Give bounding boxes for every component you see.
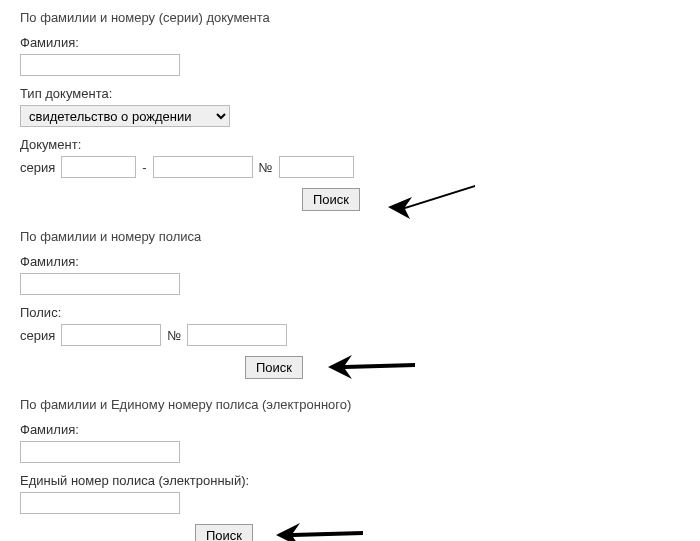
button-row-document: Поиск bbox=[20, 188, 680, 211]
section-title-document: По фамилии и номеру (серии) документа bbox=[20, 10, 680, 25]
doctype-label: Тип документа: bbox=[20, 86, 680, 101]
arrow-annotation-icon bbox=[380, 175, 480, 225]
doc-series-input-2[interactable] bbox=[153, 156, 253, 178]
section-by-policy: По фамилии и номеру полиса Фамилия: Поли… bbox=[20, 229, 680, 379]
surname-input-unified[interactable] bbox=[20, 441, 180, 463]
document-inline-row: серия - № bbox=[20, 156, 680, 178]
field-group-document: Документ: серия - № bbox=[20, 137, 680, 178]
doctype-select[interactable]: свидетельство о рождении bbox=[20, 105, 230, 127]
doc-number-input[interactable] bbox=[279, 156, 354, 178]
surname-label: Фамилия: bbox=[20, 35, 680, 50]
unified-number-input[interactable] bbox=[20, 492, 180, 514]
surname-input-policy[interactable] bbox=[20, 273, 180, 295]
policy-number-input[interactable] bbox=[187, 324, 287, 346]
field-group-surname-unified: Фамилия: bbox=[20, 422, 680, 463]
number-symbol: № bbox=[259, 160, 273, 175]
search-button[interactable]: Поиск bbox=[302, 188, 360, 211]
policy-inline-row: серия № bbox=[20, 324, 680, 346]
series-label-policy: серия bbox=[20, 328, 55, 343]
document-label: Документ: bbox=[20, 137, 680, 152]
section-by-unified: По фамилии и Единому номеру полиса (элек… bbox=[20, 397, 680, 541]
section-title-unified: По фамилии и Единому номеру полиса (элек… bbox=[20, 397, 680, 412]
surname-input[interactable] bbox=[20, 54, 180, 76]
button-row-unified: Поиск bbox=[20, 524, 680, 541]
dash-separator: - bbox=[142, 160, 146, 175]
field-group-policy: Полис: серия № bbox=[20, 305, 680, 346]
unified-label: Единый номер полиса (электронный): bbox=[20, 473, 680, 488]
section-title-policy: По фамилии и номеру полиса bbox=[20, 229, 680, 244]
policy-series-input[interactable] bbox=[61, 324, 161, 346]
surname-label-policy: Фамилия: bbox=[20, 254, 680, 269]
arrow-annotation-icon bbox=[268, 511, 368, 542]
doc-series-input-1[interactable] bbox=[61, 156, 136, 178]
arrow-annotation-icon bbox=[320, 343, 420, 393]
search-button[interactable]: Поиск bbox=[195, 524, 253, 541]
field-group-surname-policy: Фамилия: bbox=[20, 254, 680, 295]
series-label: серия bbox=[20, 160, 55, 175]
field-group-surname: Фамилия: bbox=[20, 35, 680, 76]
field-group-unified-number: Единый номер полиса (электронный): bbox=[20, 473, 680, 514]
button-row-policy: Поиск bbox=[20, 356, 680, 379]
search-button[interactable]: Поиск bbox=[245, 356, 303, 379]
field-group-doctype: Тип документа: свидетельство о рождении bbox=[20, 86, 680, 127]
number-symbol-policy: № bbox=[167, 328, 181, 343]
section-by-document: По фамилии и номеру (серии) документа Фа… bbox=[20, 10, 680, 211]
surname-label-unified: Фамилия: bbox=[20, 422, 680, 437]
policy-label: Полис: bbox=[20, 305, 680, 320]
